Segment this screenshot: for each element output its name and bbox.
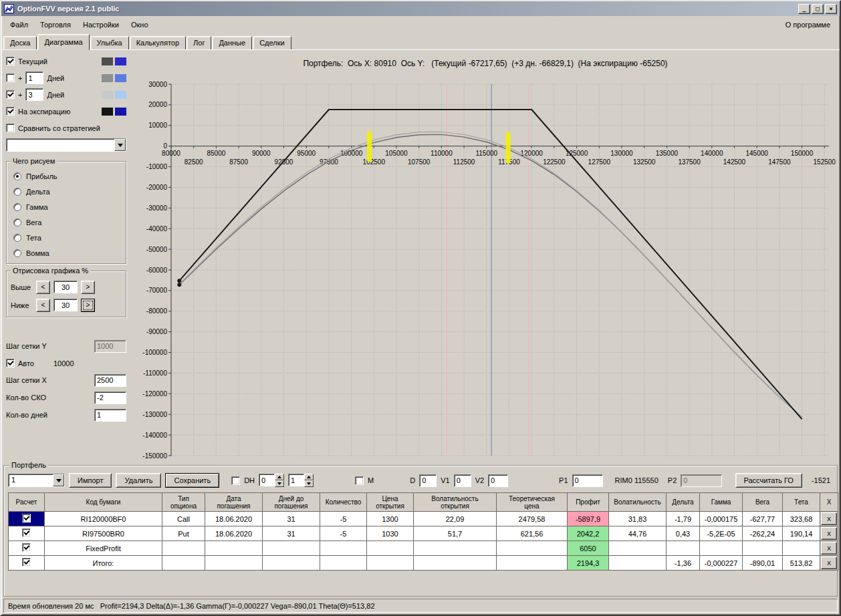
radio-profit-button[interactable]	[13, 172, 21, 180]
toggle-plus1-days-checkbox[interactable]	[6, 73, 15, 82]
menu-file[interactable]: Файл	[4, 19, 34, 31]
svg-text:30000: 30000	[148, 81, 167, 88]
tab-diagram[interactable]: Диаграмма	[37, 34, 89, 50]
svg-text:10000: 10000	[148, 122, 167, 129]
color-swatch[interactable]	[102, 74, 113, 82]
radio-theta-button[interactable]	[13, 234, 21, 242]
tab-deals[interactable]: Сделки	[253, 36, 291, 49]
svg-text:-20000: -20000	[146, 184, 168, 191]
color-swatch[interactable]	[102, 108, 113, 116]
calc-go-button[interactable]: Рассчитать ГО	[735, 473, 802, 488]
minimize-button[interactable]: _	[798, 4, 810, 14]
plus-label: +	[18, 91, 22, 99]
v2-input[interactable]	[488, 474, 508, 487]
radio-gamma-button[interactable]	[13, 203, 21, 211]
toggle-plus3-days-input[interactable]	[25, 88, 43, 101]
spin-up-button[interactable]	[275, 474, 284, 480]
menu-about[interactable]: О программе	[779, 19, 837, 31]
sko-input[interactable]	[94, 392, 126, 404]
radio-theta[interactable]: Тета	[11, 230, 122, 245]
radio-vega[interactable]: Вега	[11, 214, 122, 230]
row-checkbox[interactable]	[22, 528, 31, 537]
below-increase-button[interactable]: >	[81, 299, 95, 312]
days-count-input[interactable]	[94, 409, 126, 422]
calc-cell[interactable]	[9, 526, 45, 541]
grid-x-row: Шаг сетки X	[6, 371, 126, 389]
cell: 2042,2	[568, 526, 609, 541]
tab-smile[interactable]: Улыбка	[90, 36, 129, 49]
below-percent-input[interactable]	[53, 299, 78, 311]
tab-calculator[interactable]: Калькулятор	[130, 36, 186, 49]
row-checkbox[interactable]	[22, 514, 31, 522]
grid-x-input[interactable]	[94, 374, 126, 387]
row-checkbox[interactable]	[22, 558, 31, 567]
radio-vega-button[interactable]	[13, 218, 21, 226]
above-decrease-button[interactable]: <	[36, 281, 50, 294]
p1-input[interactable]	[572, 474, 603, 487]
color-swatch[interactable]	[102, 91, 113, 99]
toggle-expiration-checkbox[interactable]	[6, 107, 15, 116]
save-button[interactable]: Сохранить	[165, 473, 219, 488]
caret-down-icon	[307, 482, 311, 485]
status-text: Время обновления 20 мс Profit=2194,3 Del…	[8, 602, 375, 610]
portfolio-combo[interactable]: 1	[8, 474, 65, 487]
spin-down-button[interactable]	[275, 480, 284, 487]
calc-cell[interactable]	[9, 512, 45, 526]
toggle-plus3-days-label: Дней	[47, 91, 64, 99]
portfolio-toolbar: 1 Импорт Удалить Сохранить DH M D V1 V2	[8, 472, 833, 489]
row-delete-button[interactable]: X	[821, 512, 837, 525]
menu-settings[interactable]: Настройки	[77, 19, 125, 31]
color-swatch[interactable]	[102, 57, 113, 65]
import-button[interactable]: Импорт	[69, 473, 112, 488]
cell: 323,68	[783, 512, 820, 526]
below-decrease-button[interactable]: <	[36, 299, 50, 312]
portfolio-combo-drop-button[interactable]	[53, 474, 64, 486]
table-row: FixedProfit6050X	[9, 541, 838, 556]
calc-cell[interactable]	[9, 556, 45, 571]
toggle-plus3-days-checkbox[interactable]	[6, 90, 15, 99]
maximize-button[interactable]: □	[812, 4, 824, 14]
row-delete-button[interactable]: X	[821, 527, 837, 540]
row-delete-button[interactable]: X	[821, 557, 837, 569]
color-swatch[interactable]	[115, 74, 126, 82]
close-button[interactable]: ×	[825, 4, 837, 14]
radio-vomma-button[interactable]	[13, 249, 21, 257]
tab-data[interactable]: Данные	[212, 36, 252, 49]
strategy-combo-drop-button[interactable]	[114, 139, 126, 151]
menu-trading[interactable]: Торговля	[34, 19, 77, 31]
delete-button[interactable]: Удалить	[116, 473, 161, 488]
strategy-combo[interactable]	[6, 138, 126, 152]
spin-up-button[interactable]	[304, 474, 314, 480]
above-increase-button[interactable]: >	[81, 281, 95, 294]
m-checkbox[interactable]	[355, 476, 364, 485]
dh-spinner-1-input[interactable]	[259, 474, 275, 486]
radio-vomma[interactable]: Вомма	[11, 245, 122, 261]
tab-log[interactable]: Лог	[187, 36, 211, 49]
radio-delta[interactable]: Дельта	[11, 184, 122, 199]
row-checkbox[interactable]	[22, 543, 31, 552]
compare-checkbox[interactable]	[6, 124, 15, 132]
toggle-current-checkbox[interactable]	[6, 57, 15, 65]
above-percent-input[interactable]	[53, 281, 78, 293]
row-delete-button[interactable]: X	[821, 542, 837, 555]
svg-text:130000: 130000	[610, 150, 633, 157]
svg-text:145000: 145000	[745, 150, 768, 157]
radio-delta-button[interactable]	[13, 188, 21, 196]
dh-checkbox[interactable]	[231, 476, 240, 485]
radio-profit[interactable]: Прибыль	[11, 168, 122, 184]
menu-window[interactable]: Окно	[125, 19, 154, 31]
calc-cell[interactable]	[9, 541, 45, 556]
color-swatch[interactable]	[115, 57, 126, 65]
svg-text:112500: 112500	[453, 158, 475, 166]
tab-board[interactable]: Доска	[3, 36, 37, 49]
auto-checkbox[interactable]	[6, 359, 15, 367]
series-current-line	[179, 134, 802, 417]
color-swatch[interactable]	[115, 108, 126, 116]
d-input[interactable]	[419, 474, 437, 487]
v1-input[interactable]	[454, 474, 471, 487]
dh-spinner-2-input[interactable]	[288, 474, 304, 486]
color-swatch[interactable]	[115, 91, 126, 99]
radio-gamma[interactable]: Гамма	[11, 199, 122, 214]
spin-down-button[interactable]	[304, 480, 314, 487]
toggle-plus1-days-input[interactable]	[25, 71, 43, 84]
